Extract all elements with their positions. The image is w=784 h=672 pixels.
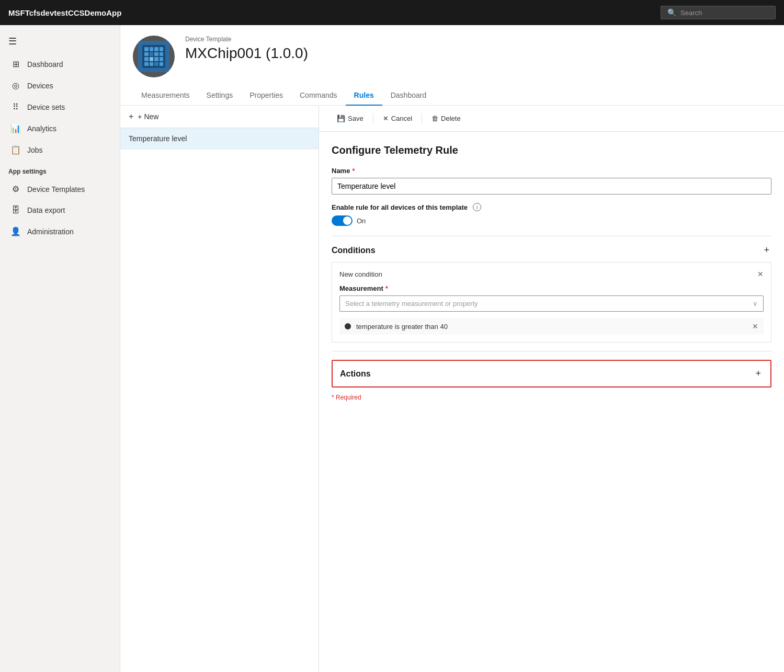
cancel-icon: ✕ xyxy=(383,115,389,122)
device-name: MXChip001 (1.0.0) xyxy=(185,45,308,62)
delete-icon: 🗑 xyxy=(431,115,438,122)
add-action-button[interactable]: + xyxy=(753,368,763,379)
add-condition-button[interactable]: + xyxy=(762,245,771,256)
toggle-switch[interactable]: On xyxy=(332,215,366,226)
device-template-label: Device Template xyxy=(185,36,308,43)
chip-dot xyxy=(154,52,158,56)
info-icon[interactable]: i xyxy=(473,203,481,211)
name-required-star: * xyxy=(352,167,355,175)
hamburger-button[interactable]: ☰ xyxy=(0,29,120,53)
name-input[interactable] xyxy=(332,178,771,195)
dashboard-icon: ⊞ xyxy=(10,59,21,69)
left-panel: + + New Temperature level xyxy=(120,106,319,672)
new-rule-button[interactable]: + + New xyxy=(120,106,319,128)
form-area: Configure Telemetry Rule Name * Enable r… xyxy=(319,132,784,414)
search-box[interactable]: 🔍 xyxy=(661,6,776,19)
tab-rules[interactable]: Rules xyxy=(346,86,382,106)
tab-commands[interactable]: Commands xyxy=(291,86,346,106)
content-area: Device Template MXChip001 (1.0.0) Measur… xyxy=(120,25,784,672)
chip-dot xyxy=(154,47,158,51)
device-sets-icon: ⠿ xyxy=(10,102,21,112)
plus-icon: + xyxy=(129,112,133,121)
search-input[interactable] xyxy=(680,9,769,17)
toggle-thumb xyxy=(343,217,351,225)
sidebar-item-devices[interactable]: ◎ Devices xyxy=(2,75,118,96)
chip-dot xyxy=(150,52,154,56)
main-layout: ☰ ⊞ Dashboard ◎ Devices ⠿ Device sets 📊 … xyxy=(0,25,784,672)
sidebar-item-dashboard[interactable]: ⊞ Dashboard xyxy=(2,54,118,74)
condition-tag: temperature is greater than 40 ✕ xyxy=(339,318,764,335)
sidebar-item-device-sets[interactable]: ⠿ Device sets xyxy=(2,97,118,117)
topbar: MSFTcfsdevtestCCSDemoApp 🔍 xyxy=(0,0,784,25)
delete-button[interactable]: 🗑 Delete xyxy=(426,112,466,125)
chip-dot xyxy=(144,47,149,51)
cancel-button[interactable]: ✕ Cancel xyxy=(378,112,417,125)
tabs: Measurements Settings Properties Command… xyxy=(133,86,771,105)
close-condition-button[interactable]: ✕ xyxy=(757,270,764,278)
measurement-placeholder: Select a telemetry measurement or proper… xyxy=(345,300,478,307)
toggle-track xyxy=(332,215,353,226)
sidebar-item-label: Devices xyxy=(27,82,53,90)
measurement-dropdown[interactable]: Select a telemetry measurement or proper… xyxy=(339,295,764,312)
chip-dot xyxy=(160,62,164,66)
administration-icon: 👤 xyxy=(10,226,21,236)
toggle-label: Enable rule for all devices of this temp… xyxy=(332,203,468,211)
analytics-icon: 📊 xyxy=(10,123,21,133)
conditions-section-header: Conditions + xyxy=(332,245,771,256)
form-title: Configure Telemetry Rule xyxy=(332,144,771,156)
measurement-label: Measurement * xyxy=(339,284,764,292)
search-icon: 🔍 xyxy=(667,8,676,17)
name-label: Name * xyxy=(332,167,771,175)
rule-list-item[interactable]: Temperature level xyxy=(120,128,319,150)
sidebar-item-administration[interactable]: 👤 Administration xyxy=(2,221,118,242)
tab-dashboard[interactable]: Dashboard xyxy=(382,86,435,106)
sidebar-item-label: Jobs xyxy=(27,146,43,154)
condition-title: New condition xyxy=(339,270,382,278)
actions-title: Actions xyxy=(340,369,371,379)
right-panel: 💾 Save ✕ Cancel 🗑 Delete xyxy=(319,106,784,672)
sidebar-item-jobs[interactable]: 📋 Jobs xyxy=(2,140,118,160)
sidebar-item-analytics[interactable]: 📊 Analytics xyxy=(2,118,118,139)
actions-divider xyxy=(332,351,771,351)
toggle-form-group: Enable rule for all devices of this temp… xyxy=(332,203,771,227)
measurement-required-star: * xyxy=(385,284,388,292)
app-settings-label: App settings xyxy=(0,161,120,178)
chip-dot xyxy=(150,62,154,66)
sidebar: ☰ ⊞ Dashboard ◎ Devices ⠿ Device sets 📊 … xyxy=(0,25,120,672)
sidebar-item-label: Data export xyxy=(27,206,65,214)
sidebar-item-data-export[interactable]: 🗄 Data export xyxy=(2,200,118,220)
tab-settings[interactable]: Settings xyxy=(198,86,242,106)
chip-dot xyxy=(144,62,149,66)
sidebar-item-device-templates[interactable]: ⚙ Device Templates xyxy=(2,179,118,199)
chip-dot xyxy=(144,57,149,61)
name-form-group: Name * xyxy=(332,167,771,195)
chip-dot xyxy=(150,47,154,51)
tab-measurements[interactable]: Measurements xyxy=(133,86,198,106)
new-button-label: + New xyxy=(138,112,158,121)
jobs-icon: 📋 xyxy=(10,145,21,155)
device-info: Device Template MXChip001 (1.0.0) xyxy=(185,36,308,62)
devices-icon: ◎ xyxy=(10,81,21,90)
condition-text: temperature is greater than 40 xyxy=(356,323,747,331)
toggle-state: On xyxy=(357,217,366,225)
required-note: * Required xyxy=(332,394,771,401)
device-header: Device Template MXChip001 (1.0.0) Measur… xyxy=(120,25,784,106)
save-button[interactable]: 💾 Save xyxy=(332,112,369,125)
remove-condition-tag-button[interactable]: ✕ xyxy=(752,322,758,331)
toolbar-separator xyxy=(373,113,373,124)
chip-dot xyxy=(154,62,158,66)
sidebar-item-label: Dashboard xyxy=(27,60,63,69)
tab-properties[interactable]: Properties xyxy=(241,86,291,106)
condition-box: New condition ✕ Measurement * Select a t… xyxy=(332,262,771,343)
chip-dot xyxy=(160,52,164,56)
chip-dot xyxy=(160,47,164,51)
actions-header: Actions + xyxy=(340,368,763,379)
sidebar-item-label: Analytics xyxy=(27,124,56,133)
chip-dot xyxy=(154,57,158,61)
condition-dot xyxy=(345,323,351,329)
chip-dot xyxy=(160,57,164,61)
actions-section: Actions + xyxy=(332,360,771,388)
condition-header: New condition ✕ xyxy=(339,270,764,278)
sidebar-item-label: Device sets xyxy=(27,103,65,111)
app-title: MSFTcfsdevtestCCSDemoApp xyxy=(8,8,121,17)
